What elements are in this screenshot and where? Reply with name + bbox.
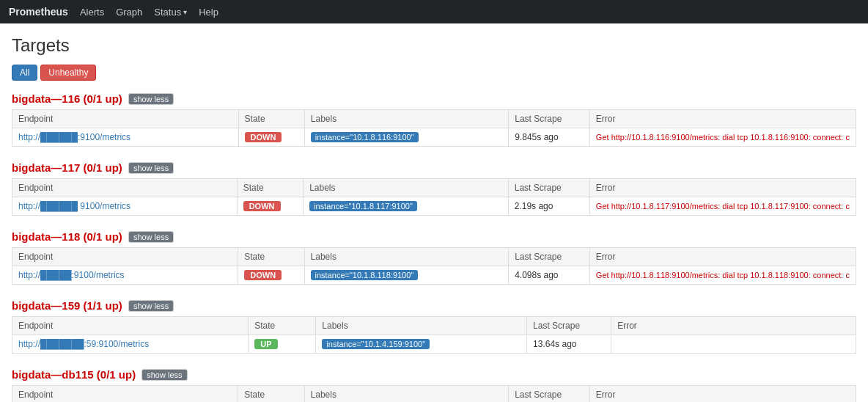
page-title: Targets: [12, 35, 856, 56]
col-header-state: State: [238, 248, 304, 266]
col-header-labels: Labels: [304, 110, 508, 128]
table-row: http://██████ 9100/metricsDOWNinstance="…: [12, 197, 856, 216]
endpoint-link[interactable]: http://█████:9100/metrics: [18, 270, 125, 280]
col-header-error: Error: [589, 248, 856, 266]
group-title[interactable]: bigdata—db115 (0/1 up): [12, 368, 136, 381]
main-content: Targets All Unhealthy bigdata—116 (0/1 u…: [0, 23, 868, 402]
filter-unhealthy-button[interactable]: Unhealthy: [40, 65, 96, 81]
chevron-down-icon: ▾: [183, 8, 187, 16]
col-header-labels: Labels: [304, 179, 509, 197]
endpoint-link[interactable]: http://██████:9100/metrics: [18, 132, 130, 142]
group-header: bigdata—116 (0/1 up)show less: [12, 92, 856, 105]
target-table: EndpointStateLabelsLast ScrapeErrorhttp:…: [12, 178, 856, 216]
target-table: EndpointStateLabelsLast ScrapeErrorhttp:…: [12, 247, 856, 285]
target-table: EndpointStateLabelsLast ScrapeErrorhttp:…: [12, 385, 856, 402]
table-row: http://██████:9100/metricsDOWNinstance="…: [12, 128, 856, 147]
error-text: Get http://10.1.8.118:9100/metrics: dial…: [596, 271, 850, 279]
group-title[interactable]: bigdata—116 (0/1 up): [12, 92, 122, 105]
col-header-endpoint: Endpoint: [12, 110, 239, 128]
group-header: bigdata—118 (0/1 up)show less: [12, 230, 856, 243]
col-header-state: State: [237, 179, 303, 197]
target-table: EndpointStateLabelsLast ScrapeErrorhttp:…: [12, 316, 856, 354]
target-group-bigdata-118: bigdata—118 (0/1 up)show lessEndpointSta…: [12, 230, 856, 285]
group-header: bigdata—117 (0/1 up)show less: [12, 161, 856, 174]
group-title[interactable]: bigdata—118 (0/1 up): [12, 230, 122, 243]
col-header-endpoint: Endpoint: [12, 317, 249, 335]
target-group-bigdata-db115: bigdata—db115 (0/1 up)show lessEndpointS…: [12, 368, 856, 402]
col-header-endpoint: Endpoint: [12, 179, 238, 197]
show-less-button[interactable]: show less: [128, 231, 174, 243]
label-tag: instance="10.1.4.159:9100": [322, 339, 430, 349]
target-group-bigdata-159: bigdata—159 (1/1 up)show lessEndpointSta…: [12, 299, 856, 354]
nav-status[interactable]: Status ▾: [154, 7, 187, 18]
endpoint-link[interactable]: http://██████ 9100/metrics: [18, 201, 130, 211]
target-table: EndpointStateLabelsLast ScrapeErrorhttp:…: [12, 109, 856, 147]
navbar: Prometheus Alerts Graph Status ▾ Help: [0, 0, 868, 23]
group-header: bigdata—db115 (0/1 up)show less: [12, 368, 856, 381]
error-text: Get http://10.1.8.117:9100/metrics: dial…: [596, 202, 850, 211]
col-header-last_scrape: Last Scrape: [508, 179, 589, 197]
target-group-bigdata-116: bigdata—116 (0/1 up)show lessEndpointSta…: [12, 92, 856, 147]
table-row: http://███████:59:9100/metricsUPinstance…: [12, 335, 856, 354]
col-header-last_scrape: Last Scrape: [527, 317, 611, 335]
show-less-button[interactable]: show less: [141, 369, 187, 381]
label-tag: instance="10.1.8.118:9100": [311, 270, 419, 280]
group-header: bigdata—159 (1/1 up)show less: [12, 299, 856, 312]
nav-graph[interactable]: Graph: [116, 4, 142, 21]
filter-bar: All Unhealthy: [12, 65, 856, 81]
col-header-last_scrape: Last Scrape: [509, 110, 590, 128]
col-header-state: State: [238, 386, 304, 403]
group-title[interactable]: bigdata—117 (0/1 up): [12, 161, 122, 174]
last-scrape-text: 2.19s ago: [515, 201, 553, 211]
label-tag: instance="10.1.8.116:9100": [311, 132, 419, 142]
col-header-error: Error: [611, 317, 856, 335]
nav-brand[interactable]: Prometheus: [9, 6, 68, 18]
state-badge: UP: [254, 339, 277, 349]
col-header-error: Error: [589, 179, 856, 197]
col-header-error: Error: [589, 110, 856, 128]
col-header-labels: Labels: [316, 317, 527, 335]
nav-help[interactable]: Help: [199, 4, 218, 21]
endpoint-link[interactable]: http://███████:59:9100/metrics: [18, 339, 149, 349]
col-header-labels: Labels: [304, 386, 509, 403]
col-header-state: State: [249, 317, 316, 335]
last-scrape-text: 9.845s ago: [515, 132, 558, 142]
show-less-button[interactable]: show less: [128, 162, 174, 174]
table-row: http://█████:9100/metricsDOWNinstance="1…: [12, 266, 856, 285]
state-badge: DOWN: [245, 132, 282, 142]
group-title[interactable]: bigdata—159 (1/1 up): [12, 299, 122, 312]
show-less-button[interactable]: show less: [128, 93, 174, 105]
col-header-endpoint: Endpoint: [12, 248, 238, 266]
state-badge: DOWN: [244, 270, 282, 280]
last-scrape-text: 4.098s ago: [515, 270, 558, 280]
show-less-button[interactable]: show less: [128, 300, 174, 312]
col-header-error: Error: [589, 386, 856, 403]
target-group-bigdata-117: bigdata—117 (0/1 up)show lessEndpointSta…: [12, 161, 856, 216]
col-header-labels: Labels: [304, 248, 509, 266]
error-text: Get http://10.1.8.116:9100/metrics: dial…: [596, 133, 850, 142]
groups-container: bigdata—116 (0/1 up)show lessEndpointSta…: [12, 92, 856, 402]
filter-all-button[interactable]: All: [12, 65, 37, 81]
col-header-last_scrape: Last Scrape: [509, 386, 590, 403]
col-header-endpoint: Endpoint: [12, 386, 238, 403]
state-badge: DOWN: [243, 201, 281, 211]
col-header-last_scrape: Last Scrape: [509, 248, 590, 266]
nav-alerts[interactable]: Alerts: [80, 4, 104, 21]
last-scrape-text: 13.64s ago: [533, 339, 576, 349]
col-header-state: State: [238, 110, 304, 128]
label-tag: instance="10.1.8.117:9100": [309, 201, 417, 211]
